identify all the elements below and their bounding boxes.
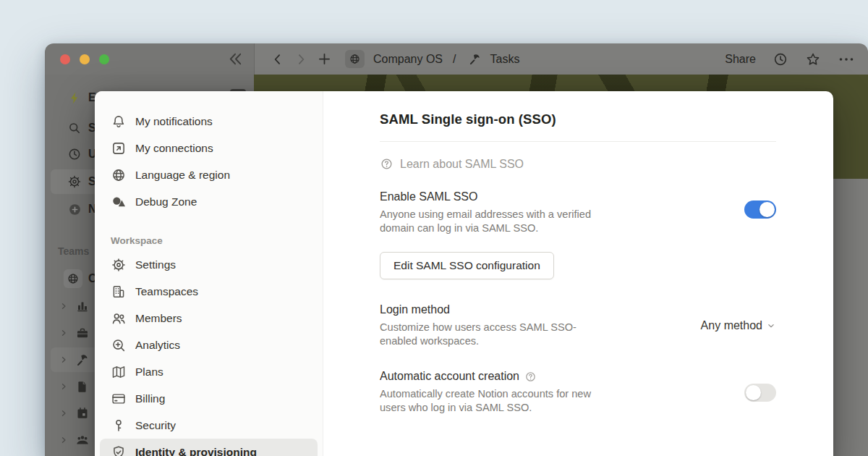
shield-check-icon: [111, 444, 127, 456]
building-icon: [111, 284, 127, 300]
auto-account-section: Automatic account creation Automatically…: [380, 370, 776, 415]
settings-nav-teamspaces[interactable]: Teamspaces: [100, 278, 318, 305]
globe-icon: [111, 167, 127, 183]
settings-nav-analytics[interactable]: Analytics: [100, 332, 318, 358]
chevron-down-icon: [766, 321, 776, 331]
titlebar-main-section: Company OS / Tasks Share: [255, 43, 868, 75]
credit-card-icon: [111, 391, 127, 407]
zoom-window-button[interactable]: [99, 54, 109, 64]
collapse-sidebar-icon[interactable]: [227, 51, 244, 67]
teams-section-header: Teams: [58, 245, 89, 257]
settings-nav-label: Teamspaces: [135, 285, 198, 298]
settings-nav-debug-zone[interactable]: Debug Zone: [100, 188, 318, 215]
settings-nav-plans[interactable]: Plans: [100, 358, 318, 385]
forward-icon[interactable]: [294, 52, 308, 67]
auto-account-toggle[interactable]: [744, 384, 776, 402]
minimize-window-button[interactable]: [80, 54, 90, 64]
help-circle-icon[interactable]: [524, 371, 537, 383]
settings-nav-settings[interactable]: Settings: [100, 251, 318, 278]
settings-nav-security[interactable]: Security: [100, 412, 318, 439]
login-method-heading: Login method: [380, 303, 600, 316]
settings-nav-label: My notifications: [135, 115, 213, 128]
hammer-icon: [75, 352, 90, 367]
share-button[interactable]: Share: [725, 53, 756, 66]
settings-dialog: My notifications My connections Language…: [95, 91, 833, 456]
plus-circle-icon: [67, 202, 82, 217]
login-method-value: Any method: [701, 319, 762, 332]
magnifier-plus-icon: [111, 337, 127, 353]
settings-nav-billing[interactable]: Billing: [100, 385, 318, 412]
chevron-right-icon[interactable]: [59, 355, 68, 364]
edit-saml-config-button[interactable]: Edit SAML SSO configuration: [380, 252, 554, 279]
people-icon: [111, 311, 127, 326]
document-icon: [75, 379, 90, 394]
toolbox-icon: [75, 326, 90, 340]
login-method-dropdown[interactable]: Any method: [701, 319, 776, 332]
people-icon: [75, 433, 90, 447]
back-icon[interactable]: [271, 52, 285, 67]
calendar-icon: [75, 406, 90, 421]
settings-nav-label: Security: [135, 419, 176, 432]
divider: [380, 141, 776, 142]
settings-nav-label: Language & region: [135, 169, 230, 182]
toggle-knob: [746, 385, 761, 400]
settings-nav-label: Plans: [135, 366, 163, 379]
settings-nav-members[interactable]: Members: [100, 305, 318, 332]
auto-account-description: Automatically create Notion accounts for…: [380, 387, 600, 415]
lightning-icon: [67, 90, 82, 106]
settings-nav-label: Billing: [135, 392, 165, 405]
settings-nav-identity-provisioning[interactable]: Identity & provisioning: [100, 439, 318, 456]
enable-saml-description: Anyone using email addresses with a veri…: [380, 208, 600, 235]
breadcrumb-workspace[interactable]: Company OS: [373, 53, 443, 66]
settings-nav-my-notifications[interactable]: My notifications: [100, 108, 318, 135]
clock-icon[interactable]: [773, 51, 788, 67]
login-method-section: Login method Customize how users access …: [380, 303, 776, 348]
auto-account-heading: Automatic account creation: [380, 370, 519, 383]
map-icon: [111, 364, 127, 380]
globe-icon: [64, 269, 82, 288]
close-window-button[interactable]: [60, 54, 70, 64]
settings-nav-label: Debug Zone: [135, 195, 197, 208]
desktop-background: Company OS / Tasks Share: [0, 0, 868, 456]
search-icon: [67, 121, 82, 135]
traffic-lights: [60, 54, 109, 64]
settings-content: SAML Single sign-on (SSO) Learn about SA…: [323, 91, 833, 456]
toggle-knob: [760, 202, 775, 217]
learn-link-label: Learn about SAML SSO: [400, 158, 524, 171]
titlebar: Company OS / Tasks Share: [45, 43, 868, 75]
settings-nav-label: Settings: [135, 258, 176, 271]
chevron-right-icon[interactable]: [59, 329, 68, 337]
hammer-icon: [468, 52, 482, 66]
settings-nav-language-region[interactable]: Language & region: [100, 161, 318, 188]
enable-saml-toggle[interactable]: [744, 200, 776, 219]
shapes-icon: [111, 194, 127, 210]
settings-nav-label: Identity & provisioning: [135, 446, 257, 456]
workspace-globe-icon[interactable]: [345, 50, 365, 68]
titlebar-actions: Share: [725, 51, 861, 68]
new-tab-icon[interactable]: [317, 51, 332, 67]
gear-icon: [67, 174, 82, 189]
chevron-right-icon[interactable]: [59, 436, 68, 444]
help-circle-icon: [380, 157, 393, 171]
breadcrumb-page[interactable]: Tasks: [490, 53, 520, 66]
key-icon: [111, 418, 127, 434]
settings-nav-my-connections[interactable]: My connections: [100, 135, 318, 161]
chevron-right-icon[interactable]: [59, 409, 68, 418]
clock-icon: [67, 147, 82, 161]
breadcrumb-separator: /: [453, 53, 456, 66]
enable-saml-heading: Enable SAML SSO: [380, 190, 600, 203]
settings-sidebar: My notifications My connections Language…: [95, 91, 323, 456]
page-title: SAML Single sign-on (SSO): [380, 111, 776, 127]
more-options-icon[interactable]: [838, 51, 855, 68]
learn-about-saml-link[interactable]: Learn about SAML SSO: [380, 157, 776, 171]
chevron-right-icon[interactable]: [59, 302, 68, 311]
arrow-up-right-icon: [111, 140, 127, 156]
gear-icon: [111, 257, 127, 273]
settings-nav-label: Analytics: [135, 339, 180, 352]
settings-nav-label: My connections: [135, 142, 213, 155]
star-icon[interactable]: [805, 51, 821, 67]
bell-icon: [111, 114, 127, 130]
bar-chart-icon: [75, 299, 90, 313]
chevron-right-icon[interactable]: [59, 382, 68, 391]
workspace-section-header: Workspace: [95, 232, 323, 250]
